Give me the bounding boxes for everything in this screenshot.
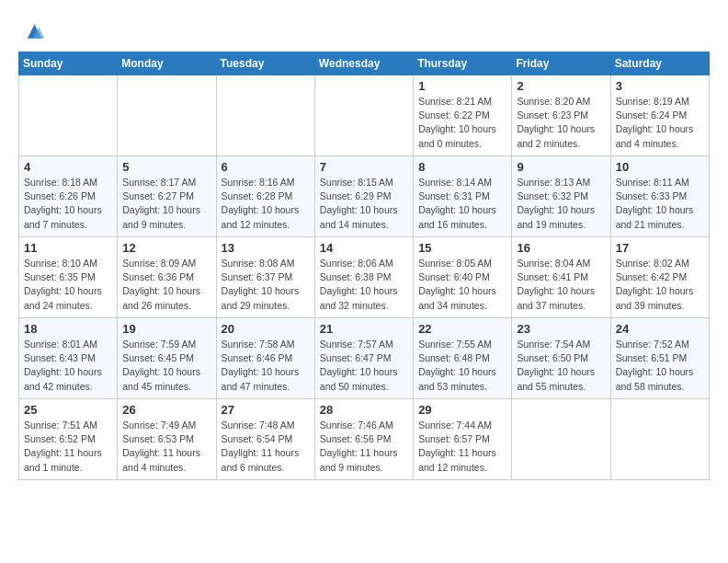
- calendar-week-row: 25Sunrise: 7:51 AMSunset: 6:52 PMDayligh…: [19, 399, 710, 480]
- calendar-cell: 15Sunrise: 8:05 AMSunset: 6:40 PMDayligh…: [414, 237, 512, 318]
- day-number: 20: [222, 322, 310, 336]
- calendar-cell: 25Sunrise: 7:51 AMSunset: 6:52 PMDayligh…: [19, 399, 118, 480]
- day-info: Sunrise: 7:48 AMSunset: 6:54 PMDaylight:…: [222, 419, 310, 475]
- day-number: 17: [616, 241, 704, 255]
- calendar-cell: 5Sunrise: 8:17 AMSunset: 6:27 PMDaylight…: [118, 156, 216, 237]
- weekday-header: Friday: [512, 52, 610, 75]
- calendar-cell: 4Sunrise: 8:18 AMSunset: 6:26 PMDaylight…: [19, 156, 118, 237]
- weekday-header: Wednesday: [314, 52, 413, 75]
- calendar-cell: 22Sunrise: 7:55 AMSunset: 6:48 PMDayligh…: [414, 318, 512, 399]
- calendar-cell: 27Sunrise: 7:48 AMSunset: 6:54 PMDayligh…: [216, 399, 314, 480]
- day-info: Sunrise: 8:05 AMSunset: 6:40 PMDaylight:…: [418, 257, 506, 313]
- calendar-cell: 23Sunrise: 7:54 AMSunset: 6:50 PMDayligh…: [512, 318, 610, 399]
- day-number: 12: [122, 241, 210, 255]
- day-info: Sunrise: 7:58 AMSunset: 6:46 PMDaylight:…: [222, 338, 310, 394]
- day-info: Sunrise: 8:08 AMSunset: 6:37 PMDaylight:…: [222, 257, 310, 313]
- weekday-header: Thursday: [414, 52, 512, 75]
- day-number: 21: [320, 322, 408, 336]
- day-info: Sunrise: 7:54 AMSunset: 6:50 PMDaylight:…: [517, 338, 605, 394]
- day-info: Sunrise: 8:15 AMSunset: 6:29 PMDaylight:…: [320, 176, 408, 232]
- day-number: 1: [418, 79, 506, 93]
- day-number: 29: [418, 403, 506, 417]
- calendar-header: SundayMondayTuesdayWednesdayThursdayFrid…: [19, 52, 710, 75]
- day-number: 19: [122, 322, 210, 336]
- day-info: Sunrise: 8:16 AMSunset: 6:28 PMDaylight:…: [222, 176, 310, 232]
- weekday-header-row: SundayMondayTuesdayWednesdayThursdayFrid…: [19, 52, 710, 75]
- day-number: 13: [222, 241, 310, 255]
- calendar-cell: [512, 399, 610, 480]
- day-info: Sunrise: 8:18 AMSunset: 6:26 PMDaylight:…: [24, 176, 112, 232]
- day-number: 11: [24, 241, 112, 255]
- day-info: Sunrise: 8:10 AMSunset: 6:35 PMDaylight:…: [24, 257, 112, 313]
- calendar-cell: 17Sunrise: 8:02 AMSunset: 6:42 PMDayligh…: [610, 237, 709, 318]
- day-info: Sunrise: 7:55 AMSunset: 6:48 PMDaylight:…: [418, 338, 506, 394]
- calendar-cell: 11Sunrise: 8:10 AMSunset: 6:35 PMDayligh…: [19, 237, 118, 318]
- day-info: Sunrise: 8:20 AMSunset: 6:23 PMDaylight:…: [517, 95, 605, 151]
- day-number: 27: [222, 403, 310, 417]
- calendar-cell: 9Sunrise: 8:13 AMSunset: 6:32 PMDaylight…: [512, 156, 610, 237]
- calendar-week-row: 1Sunrise: 8:21 AMSunset: 6:22 PMDaylight…: [19, 75, 710, 156]
- calendar-cell: 16Sunrise: 8:04 AMSunset: 6:41 PMDayligh…: [512, 237, 610, 318]
- day-info: Sunrise: 7:59 AMSunset: 6:45 PMDaylight:…: [122, 338, 210, 394]
- day-number: 22: [418, 322, 506, 336]
- day-number: 28: [320, 403, 408, 417]
- day-number: 15: [418, 241, 506, 255]
- calendar-cell: [118, 75, 216, 156]
- weekday-header: Monday: [118, 52, 216, 75]
- calendar-cell: 18Sunrise: 8:01 AMSunset: 6:43 PMDayligh…: [19, 318, 118, 399]
- calendar-cell: 29Sunrise: 7:44 AMSunset: 6:57 PMDayligh…: [414, 399, 512, 480]
- weekday-header: Sunday: [19, 52, 118, 75]
- day-number: 16: [517, 241, 605, 255]
- day-number: 18: [24, 322, 112, 336]
- calendar-cell: 14Sunrise: 8:06 AMSunset: 6:38 PMDayligh…: [314, 237, 413, 318]
- calendar-cell: [314, 75, 413, 156]
- calendar-cell: 10Sunrise: 8:11 AMSunset: 6:33 PMDayligh…: [610, 156, 709, 237]
- logo-icon: [20, 18, 46, 44]
- calendar-cell: 12Sunrise: 8:09 AMSunset: 6:36 PMDayligh…: [118, 237, 216, 318]
- calendar-week-row: 11Sunrise: 8:10 AMSunset: 6:35 PMDayligh…: [19, 237, 710, 318]
- day-number: 26: [122, 403, 210, 417]
- page-header: [18, 15, 710, 44]
- day-info: Sunrise: 7:49 AMSunset: 6:53 PMDaylight:…: [122, 419, 210, 475]
- day-info: Sunrise: 8:11 AMSunset: 6:33 PMDaylight:…: [616, 176, 704, 232]
- day-info: Sunrise: 8:21 AMSunset: 6:22 PMDaylight:…: [418, 95, 506, 151]
- day-number: 25: [24, 403, 112, 417]
- calendar-cell: 3Sunrise: 8:19 AMSunset: 6:24 PMDaylight…: [610, 75, 709, 156]
- calendar-cell: 1Sunrise: 8:21 AMSunset: 6:22 PMDaylight…: [414, 75, 512, 156]
- calendar-table: SundayMondayTuesdayWednesdayThursdayFrid…: [18, 52, 710, 480]
- calendar-week-row: 4Sunrise: 8:18 AMSunset: 6:26 PMDaylight…: [19, 156, 710, 237]
- day-info: Sunrise: 7:46 AMSunset: 6:56 PMDaylight:…: [320, 419, 408, 475]
- day-info: Sunrise: 8:02 AMSunset: 6:42 PMDaylight:…: [616, 257, 704, 313]
- calendar-cell: 26Sunrise: 7:49 AMSunset: 6:53 PMDayligh…: [118, 399, 216, 480]
- day-info: Sunrise: 8:06 AMSunset: 6:38 PMDaylight:…: [320, 257, 408, 313]
- weekday-header: Saturday: [610, 52, 709, 75]
- day-number: 8: [418, 160, 506, 174]
- weekday-header: Tuesday: [216, 52, 314, 75]
- day-number: 3: [616, 79, 704, 93]
- calendar-cell: 6Sunrise: 8:16 AMSunset: 6:28 PMDaylight…: [216, 156, 314, 237]
- day-info: Sunrise: 7:44 AMSunset: 6:57 PMDaylight:…: [418, 419, 506, 475]
- day-number: 7: [320, 160, 408, 174]
- calendar-cell: [216, 75, 314, 156]
- day-info: Sunrise: 7:57 AMSunset: 6:47 PMDaylight:…: [320, 338, 408, 394]
- calendar-body: 1Sunrise: 8:21 AMSunset: 6:22 PMDaylight…: [19, 75, 710, 480]
- day-info: Sunrise: 7:52 AMSunset: 6:51 PMDaylight:…: [616, 338, 704, 394]
- calendar-cell: 28Sunrise: 7:46 AMSunset: 6:56 PMDayligh…: [314, 399, 413, 480]
- day-info: Sunrise: 7:51 AMSunset: 6:52 PMDaylight:…: [24, 419, 112, 475]
- calendar-cell: 13Sunrise: 8:08 AMSunset: 6:37 PMDayligh…: [216, 237, 314, 318]
- day-info: Sunrise: 8:17 AMSunset: 6:27 PMDaylight:…: [122, 176, 210, 232]
- calendar-cell: 2Sunrise: 8:20 AMSunset: 6:23 PMDaylight…: [512, 75, 610, 156]
- calendar-cell: 7Sunrise: 8:15 AMSunset: 6:29 PMDaylight…: [314, 156, 413, 237]
- calendar-cell: 21Sunrise: 7:57 AMSunset: 6:47 PMDayligh…: [314, 318, 413, 399]
- calendar-week-row: 18Sunrise: 8:01 AMSunset: 6:43 PMDayligh…: [19, 318, 710, 399]
- day-number: 4: [24, 160, 112, 174]
- day-number: 9: [517, 160, 605, 174]
- day-number: 2: [517, 79, 605, 93]
- calendar-cell: 8Sunrise: 8:14 AMSunset: 6:31 PMDaylight…: [414, 156, 512, 237]
- day-number: 10: [616, 160, 704, 174]
- day-info: Sunrise: 8:19 AMSunset: 6:24 PMDaylight:…: [616, 95, 704, 151]
- day-info: Sunrise: 8:09 AMSunset: 6:36 PMDaylight:…: [122, 257, 210, 313]
- calendar-cell: 19Sunrise: 7:59 AMSunset: 6:45 PMDayligh…: [118, 318, 216, 399]
- day-info: Sunrise: 8:01 AMSunset: 6:43 PMDaylight:…: [24, 338, 112, 394]
- calendar-cell: 24Sunrise: 7:52 AMSunset: 6:51 PMDayligh…: [610, 318, 709, 399]
